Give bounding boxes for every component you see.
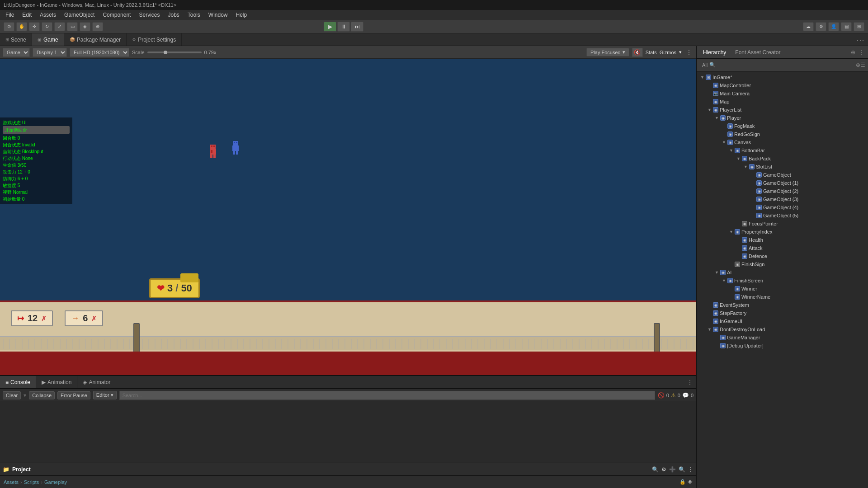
tree-item-ingameui[interactable]: ◉ InGameUI (697, 317, 868, 325)
project-menu-icon[interactable]: ⋮ (688, 466, 693, 473)
tab-console[interactable]: ≡ Console (0, 376, 36, 388)
tree-item-fogmask[interactable]: ◉ FogMask (697, 122, 868, 130)
add-icon[interactable]: ➕ (669, 466, 676, 473)
tree-item-go5[interactable]: ◉ GameObject (5) (697, 211, 868, 220)
rotate-tool[interactable]: ↻ (42, 22, 52, 31)
layout-btn[interactable]: ⊞ (854, 22, 864, 31)
tree-item-slotlist[interactable]: ▼ ◉ SlotList (697, 163, 868, 171)
hierarchy-options-btn[interactable]: ⋮ (859, 49, 864, 56)
tree-item-finishsign[interactable]: ◉ FinishSign (697, 260, 868, 268)
tab-project-settings[interactable]: ⚙ Project Settings (127, 33, 182, 46)
scale-tool[interactable]: ⤢ (54, 22, 65, 31)
tree-item-gamemanager[interactable]: ◉ GameManager (697, 333, 868, 342)
collapse-button[interactable]: Collapse (29, 391, 55, 399)
display-num-select[interactable]: Display 1 (33, 48, 67, 57)
panel-options-btn[interactable]: ⋮ (684, 376, 696, 388)
collab-btn[interactable]: ☁ (803, 22, 814, 31)
hierarchy-add-icon[interactable]: ⊕ (856, 62, 860, 68)
tree-item-health[interactable]: ◉ Health (697, 236, 868, 244)
resolution-select[interactable]: Full HD (868x488) (70, 48, 129, 57)
stats-label[interactable]: Stats (646, 50, 657, 55)
settings-icon[interactable]: ⚙ (661, 466, 666, 473)
filter-icon[interactable]: 🔍 (679, 466, 685, 473)
breadcrumb-scripts[interactable]: Scripts (24, 479, 39, 485)
gizmos-label[interactable]: Gizmos (660, 50, 676, 55)
cloud-btn[interactable]: ⚙ (816, 22, 826, 31)
play-button[interactable]: ▶ (324, 22, 336, 32)
account-btn[interactable]: 👤 (828, 22, 839, 31)
add-tab-btn[interactable]: ⋯ (853, 33, 868, 46)
hierarchy-add-btn[interactable]: ⊕ (851, 49, 855, 56)
console-search-input[interactable] (119, 391, 655, 400)
tab-game[interactable]: ◉ Game (32, 33, 64, 46)
tree-item-redgosign[interactable]: ◉ RedGoSign (697, 130, 868, 138)
viewport-options-btn[interactable]: ⋮ (684, 48, 693, 57)
tree-item-maincamera[interactable]: 📷 Main Camera (697, 89, 868, 98)
tree-item-dontdestroy[interactable]: ▼ ◉ DontDestroyOnLoad (697, 325, 868, 333)
pause-button[interactable]: ⏸ (337, 22, 350, 32)
tree-item-mapcontroller[interactable]: ◉ MapController (697, 81, 868, 89)
custom-tool[interactable]: ⊕ (92, 22, 103, 31)
menu-assets[interactable]: Assets (36, 11, 60, 19)
move-tool[interactable]: ✛ (29, 22, 40, 31)
layers-btn[interactable]: ▤ (841, 22, 852, 31)
editor-button[interactable]: Editor ▾ (93, 391, 117, 399)
hierarchy-sort-icon[interactable]: ☰ (860, 62, 865, 68)
tree-item-backpack[interactable]: ▼ ◉ BackPack (697, 155, 868, 163)
menu-edit[interactable]: Edit (19, 11, 35, 19)
tree-item-stepfactory[interactable]: ◉ StepFactory (697, 309, 868, 317)
tree-item-canvas[interactable]: ▼ ◉ Canvas (697, 138, 868, 146)
scale-slider[interactable] (147, 52, 202, 53)
menu-component[interactable]: Component (99, 11, 134, 19)
menu-window[interactable]: Window (205, 11, 231, 19)
tree-item-go2[interactable]: ◉ GameObject (2) (697, 187, 868, 195)
tab-animator[interactable]: ◈ Animator (77, 376, 116, 388)
tree-item-defence[interactable]: ◉ Defence (697, 252, 868, 260)
search-icon[interactable]: 🔍 (709, 62, 716, 68)
tree-item-eventsystem[interactable]: ◉ EventSystem (697, 301, 868, 309)
debug-btn-newround[interactable]: 开始新回合 (3, 126, 70, 134)
tree-item-go1[interactable]: ◉ GameObject (1) (697, 179, 868, 187)
tree-item-map[interactable]: ◉ Map (697, 98, 868, 106)
lock-icon[interactable]: 🔒 (679, 479, 686, 485)
tree-item-attack[interactable]: ◉ Attack (697, 244, 868, 252)
menu-help[interactable]: Help (232, 11, 251, 19)
mute-btn[interactable]: 🔇 (632, 48, 643, 57)
tree-item-winner[interactable]: ◉ Winner (697, 285, 868, 293)
step-button[interactable]: ⏭ (351, 22, 363, 32)
tab-scene[interactable]: ⊞ Scene (0, 33, 32, 46)
tree-item-go3[interactable]: ◉ GameObject (3) (697, 195, 868, 203)
tree-item-propertyindex[interactable]: ▼ ◉ PropertyIndex (697, 228, 868, 236)
breadcrumb-assets[interactable]: Assets (4, 479, 19, 485)
rect-tool[interactable]: ▭ (67, 22, 78, 31)
tree-item-focuspointer[interactable]: ◉ FocusPointer (697, 220, 868, 228)
tree-item-go4[interactable]: ◉ GameObject (4) (697, 203, 868, 211)
tree-item-winnername[interactable]: ◉ WinnerName (697, 293, 868, 301)
tree-item-ai[interactable]: ▼ ◉ AI (697, 268, 868, 277)
menu-gameobject[interactable]: GameObject (61, 11, 98, 19)
hierarchy-tab[interactable]: Hierarchy (700, 48, 729, 56)
tab-animation[interactable]: ▶ Animation (36, 376, 77, 388)
play-focused-btn[interactable]: Play Focused ▾ (586, 48, 629, 56)
tree-item-debugupdater[interactable]: ◉ [Debug Updater] (697, 342, 868, 350)
eye-icon[interactable]: 👁 (688, 479, 693, 485)
hand-tool[interactable]: ✋ (16, 22, 27, 31)
tree-item-finishscreen[interactable]: ▼ ◉ FinishScreen (697, 277, 868, 285)
menu-services[interactable]: Services (135, 11, 163, 19)
transform-tool[interactable]: ◈ (80, 22, 90, 31)
font-asset-creator-tab[interactable]: Font Asset Creator (732, 48, 783, 56)
unity-logo-btn[interactable]: ⊙ (4, 22, 14, 31)
menu-tools[interactable]: Tools (184, 11, 204, 19)
clear-button[interactable]: Clear (3, 391, 21, 399)
breadcrumb-gameplay[interactable]: Gameplay (44, 479, 67, 485)
game-viewport[interactable]: 游戏状态 UI 开始新回合 回合数 0 回合状态 Invalid 当前状态 Bl… (0, 59, 696, 375)
search-icon[interactable]: 🔍 (652, 466, 659, 473)
error-pause-button[interactable]: Error Pause (57, 391, 90, 399)
tree-item-player[interactable]: ▼ ◉ Player (697, 114, 868, 122)
game-display-select[interactable]: Game (3, 48, 30, 57)
menu-file[interactable]: File (2, 11, 18, 19)
tree-item-go0[interactable]: ◉ GameObject (697, 171, 868, 179)
scroll-marker-right[interactable] (654, 323, 660, 352)
tree-item-playerlist[interactable]: ▼ ◉ PlayerList (697, 106, 868, 114)
tree-item-ingame[interactable]: ▼ ⊞ InGame* (697, 73, 868, 81)
